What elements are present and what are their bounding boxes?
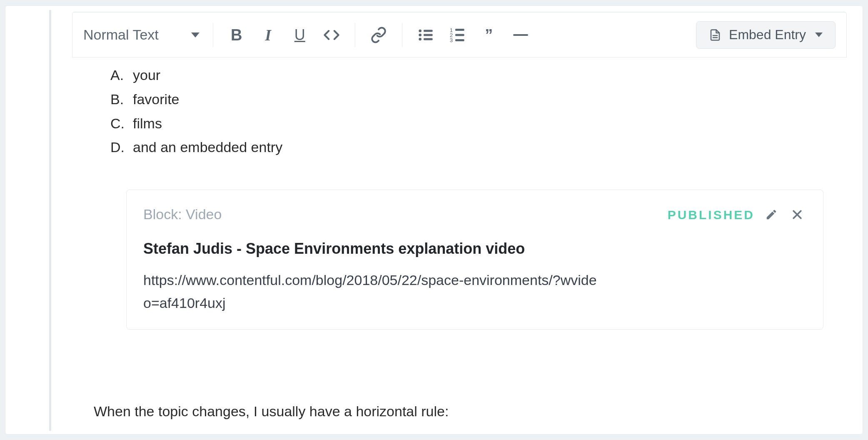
svg-rect-1 (424, 30, 433, 32)
editor-area: Normal Text B I U (72, 12, 847, 434)
chevron-down-icon (191, 32, 200, 38)
rich-text-toolbar: Normal Text B I U (72, 12, 847, 58)
svg-rect-3 (424, 34, 433, 36)
pencil-icon (765, 208, 778, 221)
toolbar-divider (402, 23, 402, 47)
list-marker: C. (110, 112, 129, 136)
close-icon (791, 208, 803, 221)
text-style-dropdown[interactable]: Normal Text (83, 27, 204, 43)
embedded-entry-card[interactable]: Block: Video PUBLISHED Stefan Judis (126, 190, 823, 330)
svg-point-2 (419, 33, 422, 36)
code-icon (323, 27, 340, 43)
editor-frame: Normal Text B I U (5, 5, 863, 435)
bold-icon: B (231, 27, 242, 43)
svg-rect-5 (424, 38, 433, 40)
italic-button[interactable]: I (254, 22, 282, 48)
embed-url: https://www.contentful.com/blog/2018/05/… (143, 269, 597, 314)
list-item[interactable]: A. your (110, 63, 823, 88)
ordered-list-icon: 123 (449, 27, 466, 43)
svg-point-4 (419, 38, 422, 40)
status-badge: PUBLISHED (668, 204, 755, 225)
edit-embed-button[interactable] (762, 205, 781, 224)
list-item[interactable]: B. favorite (110, 88, 823, 112)
svg-text:3: 3 (449, 37, 452, 43)
svg-rect-7 (455, 29, 464, 31)
editor-content[interactable]: A. your B. favorite C. films D. and an e… (72, 58, 847, 424)
ordered-list-button[interactable]: 123 (443, 22, 471, 48)
embed-type-label: Block: Video (143, 202, 222, 227)
svg-rect-9 (455, 34, 464, 36)
list-item[interactable]: D. and an embedded entry (110, 135, 823, 160)
quote-icon: ” (485, 27, 493, 43)
horizontal-rule-button[interactable] (506, 22, 535, 48)
vertical-rule (49, 10, 51, 431)
chevron-down-icon (815, 32, 823, 37)
document-icon (709, 29, 721, 41)
list-marker: D. (110, 135, 129, 160)
list-text: and an embedded entry (133, 135, 282, 160)
svg-rect-11 (455, 39, 464, 41)
blockquote-button[interactable]: ” (475, 22, 503, 48)
list-marker: B. (110, 88, 129, 112)
link-button[interactable] (364, 22, 393, 48)
bold-button[interactable]: B (222, 22, 251, 48)
embed-entry-button[interactable]: Embed Entry (696, 21, 836, 49)
link-icon (370, 27, 387, 43)
unordered-list-icon (417, 27, 434, 43)
underline-button[interactable]: U (286, 22, 314, 48)
text-style-label: Normal Text (83, 27, 159, 43)
ordered-list: A. your B. favorite C. films D. and an e… (110, 63, 823, 160)
toolbar-divider (355, 23, 355, 47)
remove-embed-button[interactable] (788, 205, 806, 224)
underline-icon: U (294, 28, 305, 42)
list-marker: A. (110, 63, 129, 88)
horizontal-rule-icon (513, 34, 528, 36)
unordered-list-button[interactable] (412, 22, 440, 48)
toolbar-divider (213, 23, 213, 47)
list-item[interactable]: C. films (110, 112, 823, 136)
embed-card-header: Block: Video PUBLISHED (143, 202, 806, 227)
list-text: films (133, 112, 162, 136)
embed-entry-label: Embed Entry (729, 27, 806, 42)
embed-title: Stefan Judis - Space Environments explan… (143, 236, 806, 261)
paragraph[interactable]: When the topic changes, I usually have a… (94, 400, 823, 424)
italic-icon: I (265, 27, 271, 43)
svg-point-0 (419, 29, 422, 32)
code-button[interactable] (317, 22, 346, 48)
list-text: favorite (133, 88, 180, 112)
list-text: your (133, 63, 160, 88)
